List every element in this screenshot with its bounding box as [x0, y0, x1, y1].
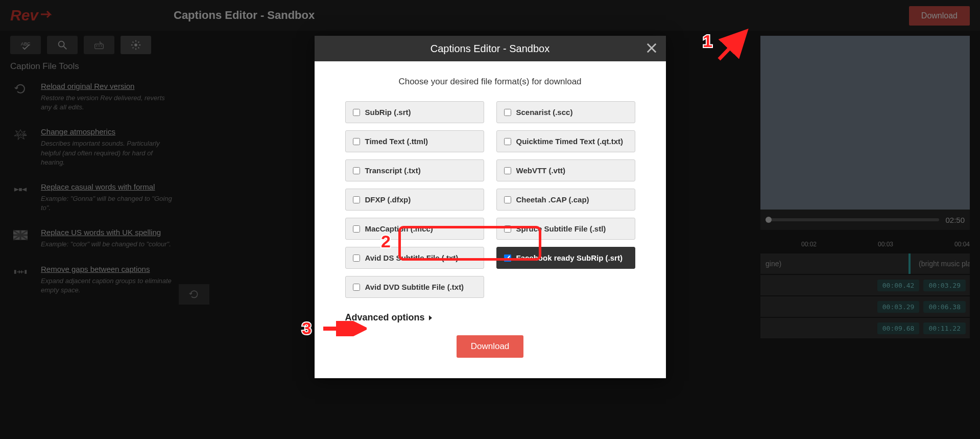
format-option-cheetah[interactable]: Cheetah .CAP (.cap): [496, 189, 635, 211]
format-label: Cheetah .CAP (.cap): [516, 195, 589, 204]
format-option-scenarist[interactable]: Scenarist (.scc): [496, 101, 635, 123]
format-checkbox[interactable]: [504, 167, 511, 174]
format-option-spruce[interactable]: Spruce Subtitle File (.stl): [496, 218, 635, 240]
format-option-webvtt[interactable]: WebVTT (.vtt): [496, 159, 635, 181]
download-modal: Captions Editor - Sandbox Choose your de…: [315, 36, 666, 378]
format-checkbox[interactable]: [504, 109, 511, 116]
format-checkbox[interactable]: [353, 255, 360, 262]
modal-title: Captions Editor - Sandbox: [431, 43, 549, 55]
format-option-transcript[interactable]: Transcript (.txt): [345, 159, 484, 181]
format-label: MacCaption (.mcc): [365, 224, 433, 233]
format-checkbox[interactable]: [504, 196, 511, 203]
close-icon[interactable]: [644, 41, 659, 55]
format-option-maccaption[interactable]: MacCaption (.mcc): [345, 218, 484, 240]
format-checkbox[interactable]: [353, 167, 360, 174]
format-label: Avid DVD Subtitle File (.txt): [365, 283, 464, 291]
format-label: Timed Text (.ttml): [365, 137, 428, 146]
format-label: DFXP (.dfxp): [365, 195, 411, 204]
format-option-avid-ds[interactable]: Avid DS Subtitle File (.txt): [345, 247, 484, 269]
format-checkbox[interactable]: [504, 225, 511, 233]
format-checkbox[interactable]: [353, 225, 360, 233]
format-label: WebVTT (.vtt): [516, 166, 565, 175]
format-label: Spruce Subtitle File (.stl): [516, 224, 606, 233]
format-label: Facebook ready SubRip (.srt): [516, 253, 623, 262]
download-button-modal[interactable]: Download: [457, 335, 524, 358]
format-grid: SubRip (.srt) Scenarist (.scc) Timed Tex…: [345, 101, 635, 298]
format-option-ttml[interactable]: Timed Text (.ttml): [345, 130, 484, 152]
format-label: Transcript (.txt): [365, 166, 421, 175]
format-label: SubRip (.srt): [365, 108, 411, 117]
modal-subtitle: Choose your desired file format(s) for d…: [345, 77, 635, 87]
format-checkbox[interactable]: [504, 138, 511, 145]
format-label: Quicktime Timed Text (.qt.txt): [516, 137, 623, 146]
format-option-avid-dvd[interactable]: Avid DVD Subtitle File (.txt): [345, 276, 484, 298]
modal-header: Captions Editor - Sandbox: [315, 36, 666, 61]
format-option-dfxp[interactable]: DFXP (.dfxp): [345, 189, 484, 211]
format-checkbox[interactable]: [353, 109, 360, 116]
format-option-facebook-srt[interactable]: Facebook ready SubRip (.srt): [496, 247, 635, 269]
format-checkbox[interactable]: [504, 255, 511, 262]
format-option-subrip[interactable]: SubRip (.srt): [345, 101, 484, 123]
advanced-label: Advanced options: [345, 312, 425, 323]
format-label: Avid DS Subtitle File (.txt): [365, 253, 459, 262]
format-option-quicktime[interactable]: Quicktime Timed Text (.qt.txt): [496, 130, 635, 152]
format-checkbox[interactable]: [353, 196, 360, 203]
advanced-options-toggle[interactable]: Advanced options: [345, 312, 635, 323]
format-checkbox[interactable]: [353, 284, 360, 291]
chevron-right-icon: [428, 314, 433, 321]
format-checkbox[interactable]: [353, 138, 360, 145]
format-label: Scenarist (.scc): [516, 108, 573, 117]
